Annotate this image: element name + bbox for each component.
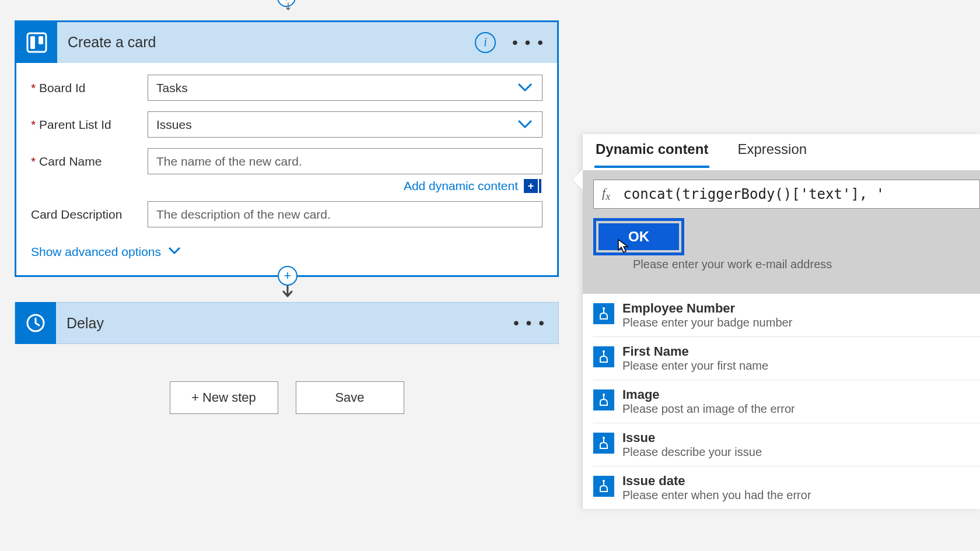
create-card-title: Create a card xyxy=(57,34,475,51)
chevron-down-icon xyxy=(517,118,533,132)
dc-item-email-partial[interactable]: Email Please enter your work e-mail addr… xyxy=(604,258,980,288)
touch-icon xyxy=(593,346,614,367)
dc-item-issue-date[interactable]: Issue date Please enter when you had the… xyxy=(593,466,980,509)
chevron-down-icon xyxy=(517,81,533,95)
board-id-label: * Board Id xyxy=(31,81,148,95)
svg-point-7 xyxy=(603,437,605,439)
flow-connector: + xyxy=(277,266,298,303)
card-description-label: Card Description xyxy=(31,208,148,222)
dc-item-image[interactable]: Image Please post an image of the error xyxy=(593,380,980,423)
dc-item-employee-number[interactable]: Employee Number Please enter your badge … xyxy=(593,294,980,337)
fx-icon: fx xyxy=(602,185,610,203)
callout-pointer-icon xyxy=(572,169,583,190)
touch-icon xyxy=(593,389,614,410)
plus-icon: + xyxy=(524,179,538,193)
more-icon[interactable]: • • • xyxy=(513,313,545,334)
info-icon[interactable]: i xyxy=(475,32,496,53)
svg-point-8 xyxy=(603,480,605,482)
create-card-header[interactable]: Create a card i • • • xyxy=(16,22,557,63)
tab-expression[interactable]: Expression xyxy=(736,138,808,168)
more-icon[interactable]: • • • xyxy=(512,32,544,53)
ok-button[interactable]: OK xyxy=(598,223,679,250)
chevron-down-icon xyxy=(168,247,181,257)
dc-item-first-name[interactable]: First Name Please enter your first name xyxy=(593,337,980,380)
svg-point-4 xyxy=(603,307,605,310)
show-advanced-options-link[interactable]: Show advanced options xyxy=(31,245,542,259)
svg-rect-1 xyxy=(30,36,35,49)
touch-icon xyxy=(593,433,614,454)
flow-arrow-in xyxy=(285,0,291,20)
tab-dynamic-content[interactable]: Dynamic content xyxy=(594,138,709,168)
card-name-input[interactable]: The name of the new card. xyxy=(148,148,542,174)
card-description-input[interactable]: The description of the new card. xyxy=(148,201,542,227)
board-id-select[interactable]: Tasks xyxy=(148,75,542,101)
dynamic-content-panel: Dynamic content Expression fx concat(tri… xyxy=(582,134,980,509)
new-step-button[interactable]: + New step xyxy=(170,381,278,414)
touch-icon xyxy=(593,303,614,324)
card-name-label: * Card Name xyxy=(31,155,148,169)
dc-item-issue[interactable]: Issue Please describe your issue xyxy=(593,423,980,466)
svg-point-6 xyxy=(603,394,605,396)
expression-input[interactable]: fx concat(triggerBody()['text'], ' xyxy=(593,180,980,209)
parent-list-id-label: * Parent List Id xyxy=(31,118,148,132)
delay-icon xyxy=(15,302,56,344)
svg-rect-2 xyxy=(38,36,43,44)
trello-icon xyxy=(16,22,57,63)
parent-list-id-select[interactable]: Issues xyxy=(148,111,542,138)
arrow-down-icon xyxy=(282,286,293,301)
create-card-step: Create a card i • • • * Board Id Tasks *… xyxy=(15,20,559,277)
ok-button-highlight: OK xyxy=(593,218,684,255)
delay-step[interactable]: Delay • • • xyxy=(15,302,559,344)
touch-icon xyxy=(593,476,614,497)
delay-title: Delay xyxy=(56,315,513,332)
save-button[interactable]: Save xyxy=(296,381,404,414)
svg-rect-0 xyxy=(27,33,46,52)
add-dynamic-content-link[interactable]: Add dynamic content + xyxy=(31,179,542,193)
svg-point-5 xyxy=(603,350,605,353)
add-step-button[interactable]: + xyxy=(278,266,298,286)
